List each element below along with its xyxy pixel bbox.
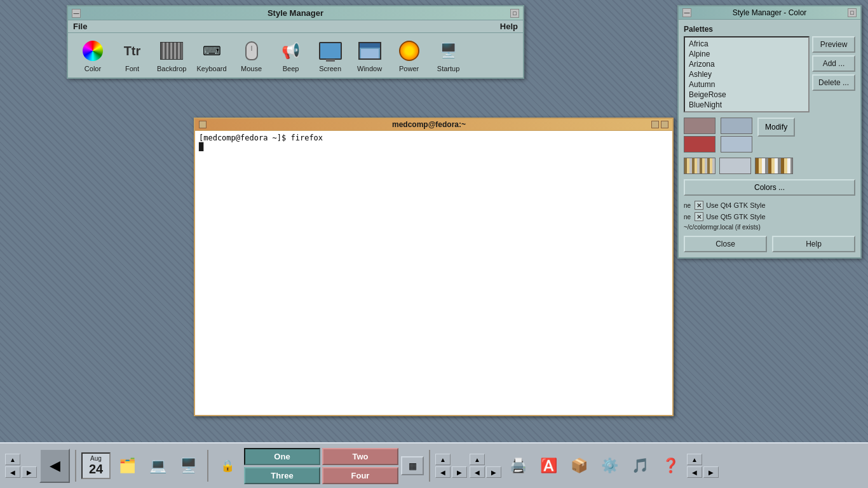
sm-color-close-btn[interactable]: —	[682, 8, 691, 17]
terminal-prompt: [medcomp@fedora ~]$ firefox	[199, 133, 323, 142]
palette-item[interactable]: Arizona	[686, 59, 807, 69]
sm-color-action-btns: Preview Add ... Delete ...	[812, 36, 855, 107]
workspace-two[interactable]: Two	[322, 448, 398, 465]
palette-item[interactable]: Ashley	[686, 69, 807, 79]
calendar-widget[interactable]: Aug 24	[81, 452, 111, 479]
terminal-max-btn[interactable]	[661, 121, 668, 128]
qt4-label: Use Qt4 GTK Style	[706, 201, 766, 209]
qt5-checkbox-row: ne ✕ Use Qt5 GTK Style	[684, 212, 855, 221]
add-button[interactable]: Add ...	[812, 55, 855, 72]
tool-backdrop[interactable]: Backdrop	[157, 38, 186, 72]
tool-window[interactable]: Window	[355, 38, 384, 72]
mouse-label: Mouse	[241, 65, 262, 72]
palette-item[interactable]: Autumn	[686, 79, 807, 90]
taskbar-divider-2	[207, 450, 208, 482]
menu-help[interactable]: Help	[500, 22, 518, 31]
font-icon: Ttr	[118, 38, 147, 64]
nav-up-2[interactable]: ▲	[435, 454, 451, 465]
striped-swatch	[684, 158, 715, 174]
screen-icon	[316, 38, 345, 64]
qt4-checkbox[interactable]: ✕	[695, 201, 703, 210]
nav-left-4[interactable]: ◀	[687, 466, 702, 478]
help-button[interactable]: Help	[772, 236, 855, 252]
tool-keyboard[interactable]: ⌨ Keyboard	[196, 38, 226, 72]
taskbar-filemanager[interactable]: 🗂️	[113, 453, 141, 478]
qt5-checkbox[interactable]: ✕	[695, 212, 703, 221]
nav-right-2[interactable]: ▶	[452, 466, 467, 478]
delete-button[interactable]: Delete ...	[812, 74, 855, 91]
taskbar-apps[interactable]: 📦	[565, 453, 593, 478]
tool-font[interactable]: Ttr Font	[118, 38, 147, 72]
palette-item[interactable]: BlueNight	[686, 100, 807, 110]
modify-button[interactable]: Modify	[757, 118, 795, 137]
tool-mouse[interactable]: Mouse	[237, 38, 266, 72]
palettes-list[interactable]: Africa Alpine Arizona Ashley Autumn Beig…	[684, 36, 810, 112]
workspace-four[interactable]: Four	[322, 467, 398, 484]
workspace-one[interactable]: One	[244, 448, 320, 465]
workspace-three[interactable]: Three	[244, 467, 320, 484]
preview-button[interactable]: Preview	[812, 36, 855, 53]
tool-screen[interactable]: Screen	[316, 38, 345, 72]
close-button[interactable]: Close	[684, 236, 767, 252]
palette-item[interactable]: Africa	[686, 39, 807, 49]
swatch-mid	[684, 136, 715, 152]
nav-up-4[interactable]: ▲	[687, 454, 702, 465]
style-manager-window: — Style Manager □ File Help Color Ttr Fo…	[67, 5, 524, 79]
nav-right-4[interactable]: ▶	[703, 466, 719, 478]
taskbar-settings[interactable]: ⚙️	[595, 453, 623, 478]
nav-group-2: ▲ ◀ ▶	[435, 454, 467, 478]
palette-item[interactable]: BeigeRose	[686, 90, 807, 100]
nav-right-1[interactable]: ▶	[22, 466, 37, 478]
window-label: Window	[357, 65, 382, 72]
menu-file[interactable]: File	[73, 22, 87, 31]
backdrop-icon	[157, 38, 186, 64]
taskbar-divider-3	[429, 450, 430, 482]
terminal-min-btn[interactable]	[651, 121, 659, 128]
nav-left-3[interactable]: ◀	[470, 466, 485, 478]
colors-button[interactable]: Colors ...	[684, 179, 855, 196]
tool-beep[interactable]: 📢 Beep	[276, 38, 306, 72]
lock-icon: 🔒	[216, 454, 239, 477]
tool-startup[interactable]: 🖥️ Startup	[434, 38, 463, 72]
computer-icon: 💻	[146, 454, 169, 477]
striped-swatch2	[755, 158, 793, 174]
ws-extra-btn[interactable]: ▦	[401, 456, 424, 475]
beep-icon: 📢	[276, 38, 306, 64]
nav-up-3[interactable]: ▲	[470, 454, 485, 465]
taskbar-printer[interactable]: 🖨️	[504, 453, 532, 478]
startup-label: Startup	[437, 65, 459, 72]
color-swatches-row: Modify	[684, 118, 855, 152]
nav-right-3[interactable]: ▶	[486, 466, 501, 478]
filemanager-icon: 🗂️	[116, 454, 139, 477]
swatch-light	[721, 118, 752, 134]
lock-button[interactable]: 🔒	[214, 453, 241, 478]
palette-item[interactable]: Alpine	[686, 49, 807, 59]
taskbar-music[interactable]: 🎵	[626, 453, 654, 478]
window-icon	[355, 38, 384, 64]
sm-color-max-btn[interactable]: □	[848, 8, 857, 17]
terminal-titlebar: medcomp@fedora:~	[195, 119, 672, 131]
style-manager-close-btn[interactable]: —	[72, 9, 81, 18]
screen-label: Screen	[319, 65, 341, 72]
nav-up-1[interactable]: ▲	[5, 454, 20, 465]
style-manager-max-btn[interactable]: □	[510, 9, 519, 18]
tool-color[interactable]: Color	[78, 38, 107, 72]
taskbar-network[interactable]: 🖥️	[174, 453, 202, 478]
taskbar-computer[interactable]: 💻	[144, 453, 172, 478]
taskbar-divider-1	[75, 450, 76, 482]
nav-left-1[interactable]: ◀	[5, 466, 20, 478]
terminal-window: medcomp@fedora:~ [medcomp@fedora ~]$ fir…	[194, 118, 674, 416]
desktop-button[interactable]: ◀	[39, 449, 70, 483]
power-label: Power	[399, 65, 419, 72]
taskbar-fonts-btn[interactable]: 🅰️	[534, 453, 562, 478]
terminal-close-btn[interactable]	[199, 121, 207, 128]
nav-group-3: ▲ ◀ ▶	[470, 454, 501, 478]
tool-power[interactable]: Power	[395, 38, 424, 72]
taskbar-help[interactable]: ❓	[656, 453, 684, 478]
terminal-cursor: █	[199, 142, 203, 151]
font-label: Font	[125, 65, 139, 72]
terminal-body[interactable]: [medcomp@fedora ~]$ firefox █	[195, 131, 672, 412]
workspace-row-1: One Two	[244, 448, 398, 465]
nav-left-2[interactable]: ◀	[435, 466, 451, 478]
sm-color-body: Palettes Africa Alpine Arizona Ashley Au…	[679, 20, 860, 257]
